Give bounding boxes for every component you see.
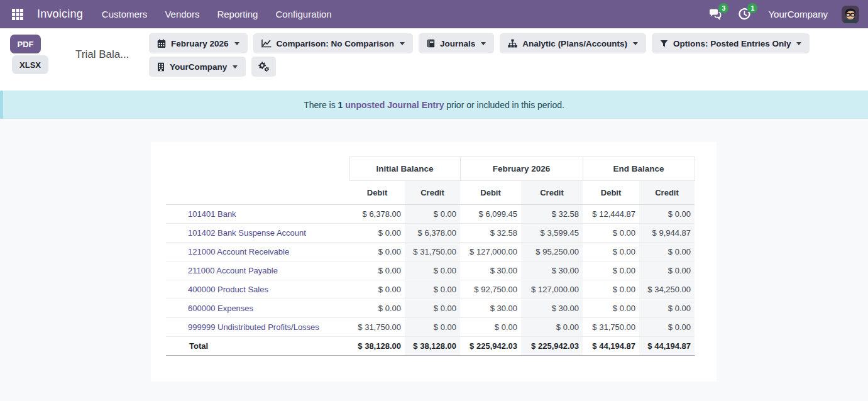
total-amount-cell: $ 38,128.00 — [349, 337, 405, 356]
amount-cell: $ 0.00 — [583, 280, 639, 299]
control-panel: PDF XLSX Trial Bala... February 2026 — [0, 28, 868, 91]
amount-cell: $ 127,000.00 — [460, 243, 521, 261]
date-filter-label: February 2026 — [171, 39, 229, 48]
chevron-down-icon — [234, 42, 239, 45]
amount-cell: $ 92,750.00 — [460, 280, 521, 299]
date-filter-button[interactable]: February 2026 — [149, 33, 248, 53]
table-row: 400000 Product Sales$ 0.00$ 0.00$ 92,750… — [166, 280, 695, 299]
amount-cell: $ 30.00 — [521, 261, 583, 280]
column-group-period: February 2026 — [460, 157, 583, 181]
amount-cell: $ 0.00 — [405, 318, 460, 337]
export-pdf-button[interactable]: PDF — [10, 35, 41, 53]
account-cell: 600000 Expenses — [166, 299, 349, 318]
comparison-filter-label: Comparison: No Comparison — [277, 39, 395, 48]
amount-cell: $ 0.00 — [583, 224, 639, 243]
banner-message: There is 1 unposted Journal Entry prior … — [304, 100, 564, 110]
content-area: Initial Balance February 2026 End Balanc… — [0, 119, 868, 401]
amount-cell: $ 12,444.87 — [583, 205, 639, 224]
company-filter-button[interactable]: YourCompany — [149, 57, 246, 77]
journals-filter-button[interactable]: Journals — [419, 33, 494, 53]
nav-menu: Customers Vendors Reporting Configuratio… — [102, 9, 332, 19]
account-cell: 121000 Account Receivable — [166, 243, 349, 261]
account-link[interactable]: 121000 Account Receivable — [188, 247, 289, 256]
amount-cell: $ 0.00 — [583, 299, 639, 318]
column-group-end-balance: End Balance — [583, 157, 695, 181]
amount-cell: $ 9,944.87 — [639, 224, 695, 243]
table-row: 121000 Account Receivable$ 0.00$ 31,750.… — [166, 243, 695, 261]
report-settings-button[interactable] — [251, 57, 276, 77]
nav-menu-configuration[interactable]: Configuration — [275, 9, 331, 19]
app-name[interactable]: Invoicing — [37, 8, 83, 21]
account-cell: 400000 Product Sales — [166, 280, 349, 299]
total-amount-cell: $ 38,128.00 — [405, 337, 460, 356]
debit-credit-header-row: Debit Credit Debit Credit Debit Credit — [166, 181, 695, 205]
comparison-filter-button[interactable]: Comparison: No Comparison — [253, 33, 414, 53]
column-header-debit: Debit — [583, 181, 639, 205]
company-filter-label: YourCompany — [170, 62, 227, 72]
column-header-debit: Debit — [349, 181, 405, 205]
activities-badge: 1 — [747, 3, 757, 13]
table-row: 101401 Bank$ 6,378.00$ 0.00$ 6,099.45$ 3… — [166, 205, 695, 224]
trial-balance-table: Initial Balance February 2026 End Balanc… — [166, 157, 695, 356]
company-switcher[interactable]: YourCompany — [768, 9, 828, 19]
apps-grid-icon — [11, 8, 24, 21]
account-link[interactable]: 211000 Account Payable — [188, 266, 278, 275]
account-cell: 101401 Bank — [166, 205, 349, 224]
account-link[interactable]: 101401 Bank — [188, 209, 236, 219]
messages-button[interactable]: 3 — [708, 7, 723, 22]
options-filter-button[interactable]: Options: Posted Entries Only — [652, 33, 810, 53]
amount-cell: $ 30.00 — [460, 299, 521, 318]
chevron-down-icon — [796, 42, 801, 45]
info-banner: There is 1 unposted Journal Entry prior … — [0, 91, 868, 119]
amount-cell: $ 0.00 — [349, 261, 405, 280]
activities-button[interactable]: 1 — [737, 7, 752, 22]
gears-icon — [258, 62, 269, 72]
amount-cell: $ 32.58 — [460, 224, 521, 243]
amount-cell: $ 31,750.00 — [583, 318, 639, 337]
apps-menu-button[interactable] — [9, 6, 26, 23]
amount-cell: $ 0.00 — [405, 299, 460, 318]
banner-accent-bar — [0, 91, 3, 119]
account-link[interactable]: 400000 Product Sales — [188, 285, 268, 294]
account-link[interactable]: 101402 Bank Suspense Account — [188, 228, 306, 238]
chevron-down-icon — [633, 42, 638, 45]
amount-cell: $ 0.00 — [583, 261, 639, 280]
unposted-entry-link[interactable]: unposted Journal Entry — [343, 100, 446, 110]
amount-cell: $ 6,378.00 — [349, 205, 405, 224]
analytic-filter-button[interactable]: Analytic (Plans/Accounts) — [500, 33, 646, 53]
amount-cell: $ 0.00 — [349, 243, 405, 261]
book-icon — [427, 39, 435, 48]
nav-menu-customers[interactable]: Customers — [102, 9, 148, 19]
amount-cell: $ 32.58 — [521, 205, 583, 224]
total-amount-cell: $ 44,194.87 — [639, 337, 695, 356]
amount-cell: $ 0.00 — [349, 299, 405, 318]
account-link[interactable]: 600000 Expenses — [188, 304, 253, 313]
nav-menu-reporting[interactable]: Reporting — [217, 9, 258, 19]
column-header-credit: Credit — [405, 181, 460, 205]
amount-cell: $ 34,250.00 — [639, 280, 695, 299]
amount-cell: $ 0.00 — [349, 280, 405, 299]
total-amount-cell: $ 225,942.03 — [521, 337, 583, 356]
user-avatar[interactable] — [842, 6, 859, 23]
column-group-header-row: Initial Balance February 2026 End Balanc… — [166, 157, 695, 181]
report-title: Trial Bala... — [75, 48, 129, 61]
amount-cell: $ 0.00 — [405, 261, 460, 280]
amount-cell: $ 30.00 — [521, 299, 583, 318]
column-group-initial-balance: Initial Balance — [349, 157, 460, 181]
nav-menu-vendors[interactable]: Vendors — [165, 9, 199, 19]
chevron-down-icon — [481, 42, 486, 45]
account-link[interactable]: 999999 Undistributed Profits/Losses — [188, 322, 319, 332]
table-row: 999999 Undistributed Profits/Losses$ 31,… — [166, 318, 695, 337]
calendar-icon — [157, 39, 166, 48]
chevron-down-icon — [233, 65, 238, 69]
filter-toolbar: February 2026 Comparison: No Comparison … — [149, 33, 810, 77]
account-cell: 999999 Undistributed Profits/Losses — [166, 318, 349, 337]
table-row: 600000 Expenses$ 0.00$ 0.00$ 30.00$ 30.0… — [166, 299, 695, 318]
top-navbar: Invoicing Customers Vendors Reporting Co… — [0, 0, 868, 28]
column-header-credit: Credit — [521, 181, 583, 205]
amount-cell: $ 30.00 — [460, 261, 521, 280]
export-xlsx-button[interactable]: XLSX — [12, 55, 48, 74]
amount-cell: $ 31,750.00 — [405, 243, 460, 261]
amount-cell: $ 31,750.00 — [349, 318, 405, 337]
amount-cell: $ 0.00 — [583, 243, 639, 261]
